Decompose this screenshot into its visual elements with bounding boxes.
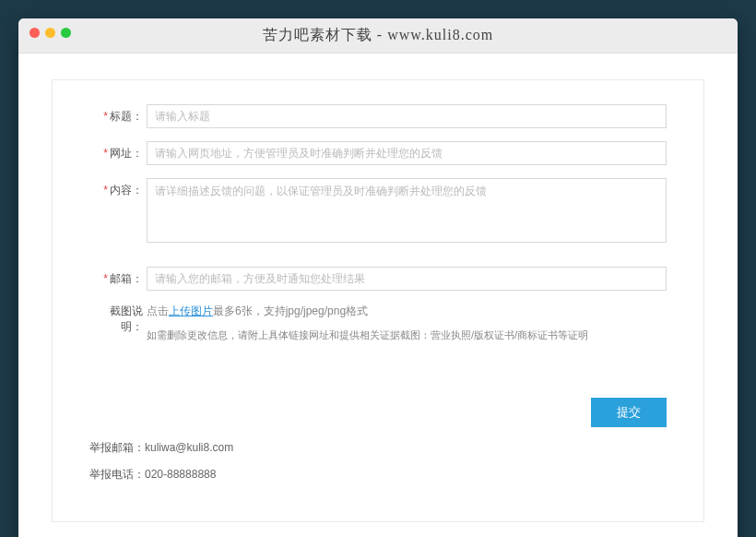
title-label: *标题： <box>89 104 147 125</box>
maximize-icon[interactable] <box>61 28 71 38</box>
minimize-icon[interactable] <box>45 28 55 38</box>
content-area: *标题： *网址： *内容： *邮箱： 截图说明： 点击上传图片 <box>18 54 738 537</box>
title-input[interactable] <box>147 104 667 128</box>
window-title: 苦力吧素材下载 - www.kuli8.com <box>30 26 726 45</box>
url-row: *网址： <box>89 141 667 165</box>
content-textarea[interactable] <box>147 178 667 243</box>
window-controls <box>30 28 71 38</box>
report-phone: 举报电话：020-88888888 <box>89 467 667 483</box>
submit-row: 提交 <box>89 398 667 427</box>
app-window: 苦力吧素材下载 - www.kuli8.com *标题： *网址： *内容： *… <box>18 18 738 537</box>
delete-notice: 如需删除更改信息，请附上具体链接网址和提供相关证据截图：营业执照/版权证书/商标… <box>147 328 667 342</box>
upload-link[interactable]: 上传图片 <box>169 304 213 317</box>
close-icon[interactable] <box>30 28 40 38</box>
content-label: *内容： <box>89 178 147 198</box>
url-label: *网址： <box>89 141 147 161</box>
content-row: *内容： <box>89 178 667 243</box>
report-email: 举报邮箱：kuliwa@kuli8.com <box>89 440 667 456</box>
upload-description: 点击上传图片最多6张，支持jpg/jpeg/png格式 <box>147 304 667 319</box>
email-input[interactable] <box>147 267 667 291</box>
email-row: *邮箱： <box>89 267 667 291</box>
screenshot-label: 截图说明： <box>89 304 147 342</box>
email-label: *邮箱： <box>89 267 147 287</box>
url-input[interactable] <box>147 141 667 165</box>
submit-button[interactable]: 提交 <box>591 398 667 427</box>
footer-info: 举报邮箱：kuliwa@kuli8.com 举报电话：020-88888888 <box>89 440 667 483</box>
titlebar: 苦力吧素材下载 - www.kuli8.com <box>18 18 738 54</box>
form-panel: *标题： *网址： *内容： *邮箱： 截图说明： 点击上传图片 <box>52 79 704 522</box>
screenshot-row: 截图说明： 点击上传图片最多6张，支持jpg/jpeg/png格式 如需删除更改… <box>89 304 667 342</box>
title-row: *标题： <box>89 104 667 128</box>
